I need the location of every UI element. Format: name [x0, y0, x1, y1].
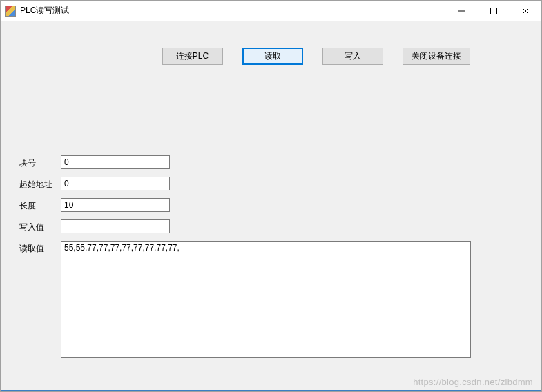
toolbar: 连接PLC 读取 写入 关闭设备连接	[1, 48, 541, 65]
length-row: 长度	[19, 198, 521, 212]
block-label: 块号	[19, 155, 61, 169]
read-value-output[interactable]	[61, 241, 471, 358]
watermark: https://blog.csdn.net/zlbdmm	[413, 377, 533, 387]
svg-rect-1	[491, 8, 497, 14]
footer-line	[1, 390, 541, 391]
form-area: 块号 起始地址 长度 写入值 读取值	[19, 155, 521, 366]
minimize-button[interactable]	[446, 1, 478, 21]
write-value-label: 写入值	[19, 219, 61, 233]
start-addr-label: 起始地址	[19, 177, 61, 190]
block-input[interactable]	[61, 155, 170, 169]
maximize-icon	[490, 8, 497, 14]
titlebar: PLC读写测试	[1, 1, 541, 21]
write-button[interactable]: 写入	[322, 48, 383, 65]
close-icon	[522, 8, 529, 14]
write-value-input[interactable]	[61, 219, 170, 233]
start-addr-input[interactable]	[61, 177, 170, 190]
client-area: 连接PLC 读取 写入 关闭设备连接 块号 起始地址 长度 写入值	[1, 21, 541, 391]
block-row: 块号	[19, 155, 521, 169]
minimize-icon	[458, 8, 465, 14]
window-controls	[446, 1, 541, 21]
app-window: PLC读写测试 连接PLC 读取 写入 关闭设备连接 块号	[0, 0, 542, 392]
close-device-button[interactable]: 关闭设备连接	[403, 48, 470, 65]
app-icon	[5, 6, 16, 17]
read-value-label: 读取值	[19, 241, 61, 255]
connect-plc-button[interactable]: 连接PLC	[162, 48, 223, 65]
write-value-row: 写入值	[19, 219, 521, 233]
start-addr-row: 起始地址	[19, 177, 521, 190]
length-input[interactable]	[61, 198, 170, 212]
read-value-row: 读取值	[19, 241, 521, 358]
close-button[interactable]	[510, 1, 541, 21]
maximize-button[interactable]	[478, 1, 510, 21]
read-button[interactable]: 读取	[242, 48, 303, 65]
window-title: PLC读写测试	[20, 5, 69, 17]
length-label: 长度	[19, 198, 61, 212]
